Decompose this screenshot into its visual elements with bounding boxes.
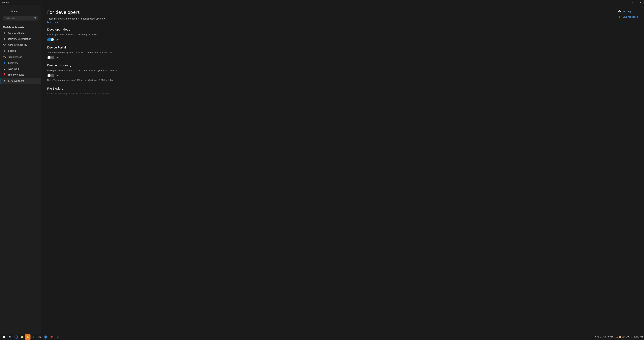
cloud-icon: ☁ [616,336,618,338]
give-feedback-icon: 👤 [618,15,621,19]
toggle-knob [48,56,50,59]
taskbar-right: ∧ 🌤 17°C Partly su... ☁ 📶 🔊 ENG 🗨 10:49 … [595,335,643,338]
sidebar-section-title: Update & Security [0,25,41,30]
page-subtitle: These settings are intended for developm… [47,18,638,20]
troubleshoot-icon: 🔧 [3,55,6,58]
app-container: ⌂ Home 🔍 Update & Security ↻ Windows Upd… [0,5,644,334]
sidebar-item-home[interactable]: ⌂ Home [3,8,38,14]
sidebar-item-label: Backup [8,50,16,52]
sidebar: ⌂ Home 🔍 Update & Security ↻ Windows Upd… [0,5,41,334]
home-icon: ⌂ [6,10,9,13]
device-discovery-toggle[interactable] [47,74,54,77]
app-title: Settings [2,2,10,4]
taskbar-tray: ∧ 🌤 17°C Partly su... ☁ 📶 🔊 ENG 🗨 [595,336,632,338]
start-button[interactable] [1,334,7,340]
developer-mode-toggle-row: On [47,38,638,41]
device-portal-toggle-label: Off [56,56,59,59]
give-feedback-link[interactable]: 👤 Give feedback [618,15,638,19]
taskbar-files[interactable]: 📁 [19,334,25,340]
page-title: For developers [47,10,638,15]
windows-security-icon: 🛡 [3,43,6,46]
section-heading-device-discovery: Device discovery [47,64,638,67]
developer-mode-desc: Install apps from any source, including … [47,33,638,36]
sidebar-item-delivery-optimisation[interactable]: ⊞ Delivery Optimisation [0,36,41,42]
get-help-label: Get help [622,10,632,13]
section-heading-device-portal: Device Portal [47,46,638,49]
section-heading-file-explorer: File Explorer [47,87,638,90]
sidebar-item-find-my-device[interactable]: 📍 Find my device [0,72,41,78]
sidebar-item-label: Find my device [8,74,24,76]
delivery-optimisation-icon: ⊞ [3,38,6,40]
taskbar-app2[interactable]: 🗂 [37,334,42,340]
time-display: 10:49 AM [634,335,643,338]
main-scroll: 💬 Get help 👤 Give feedback For developer… [41,5,644,102]
nav-list: ↻ Windows Update ⊞ Delivery Optimisation… [0,30,41,84]
sidebar-item-label: Delivery Optimisation [8,38,31,40]
device-portal-toggle[interactable] [47,56,54,59]
device-discovery-toggle-row: Off [47,74,638,77]
for-developers-icon: ≡ [3,79,6,82]
device-portal-toggle-row: Off [47,56,638,59]
sidebar-item-activation[interactable]: ⊙ Activation [0,66,41,72]
developer-mode-toggle[interactable] [47,38,54,41]
find-my-device-icon: 📍 [3,73,6,76]
svg-rect-3 [4,337,5,338]
main-area: 💬 Get help 👤 Give feedback For developer… [41,5,644,334]
toggle-knob [48,74,50,77]
taskbar-settings[interactable]: ⚙ [55,334,60,340]
taskbar-chrome[interactable]: 🌐 [13,334,19,340]
close-button[interactable]: ✕ [637,0,644,5]
weather-text: 17°C Partly su... [600,336,615,338]
sidebar-item-label: Recovery [8,62,18,64]
taskbar-app4[interactable]: ❤ [49,334,54,340]
search-button[interactable]: 🔍 [34,17,37,19]
developer-mode-toggle-label: On [56,39,59,41]
sidebar-item-label: For developers [8,80,24,82]
sidebar-item-label: Windows Update [8,32,26,34]
sidebar-item-for-developers[interactable]: ≡ For developers [0,78,41,84]
device-portal-desc: Turn on remote diagnostics over local ar… [47,51,638,54]
device-discovery-desc: Make your device visible to USB connecti… [47,69,638,72]
search-input[interactable] [3,16,38,21]
svg-rect-0 [3,336,4,337]
help-area: 💬 Get help 👤 Give feedback [618,10,638,19]
file-explorer-desc: Apply the following settings to change b… [47,92,638,95]
sidebar-home-label: Home [11,10,18,13]
get-help-link[interactable]: 💬 Get help [618,10,638,13]
sidebar-item-windows-update[interactable]: ↻ Windows Update [0,30,41,36]
give-feedback-label: Give feedback [622,16,638,18]
svg-rect-2 [3,337,4,338]
titlebar: Settings — ❐ ✕ [0,0,644,5]
device-discovery-note: Note: This requires version 1803 of the … [47,79,638,81]
taskbar-spotify[interactable]: ♪ [31,334,36,340]
sidebar-item-backup[interactable]: ↑ Backup [0,48,41,54]
taskbar-search[interactable]: 🔍 [7,334,13,340]
toggle-knob [51,38,54,41]
taskbar-app1[interactable]: ● [25,334,30,340]
sidebar-item-windows-security[interactable]: 🛡 Windows Security [0,42,41,48]
minimize-button[interactable]: — [622,0,630,5]
taskbar-app3[interactable]: 🔷 [43,334,48,340]
taskbar: 🔍 🌐 📁 ● ♪ 🗂 🔷 ❤ ⚙ ∧ 🌤 17°C Partly su... … [0,334,644,340]
recovery-icon: 👤 [3,62,6,64]
weather-icon: 🌤 [597,336,599,338]
notification-icon[interactable]: 🗨 [631,336,632,338]
sidebar-item-recovery[interactable]: 👤 Recovery [0,60,41,66]
wifi-icon: 📶 [619,336,621,338]
section-heading-developer-mode: Developer Mode [47,28,638,31]
windows-update-icon: ↻ [3,32,6,35]
volume-icon: 🔊 [622,336,625,338]
tray-expand[interactable]: ∧ [595,336,596,338]
sidebar-item-troubleshoot[interactable]: 🔧 Troubleshoot [0,54,41,60]
activation-icon: ⊙ [3,68,6,70]
sidebar-item-label: Windows Security [8,44,27,46]
maximize-button[interactable]: ❐ [630,0,637,5]
sidebar-header: ⌂ Home 🔍 [0,5,41,25]
language-label: ENG [626,336,630,338]
backup-icon: ↑ [3,50,6,52]
get-help-icon: 💬 [618,10,621,13]
taskbar-time[interactable]: 10:49 AM [634,335,643,338]
learn-more-link[interactable]: Learn more [47,21,59,24]
sidebar-item-label: Activation [8,68,19,70]
sidebar-item-label: Troubleshoot [8,56,22,58]
